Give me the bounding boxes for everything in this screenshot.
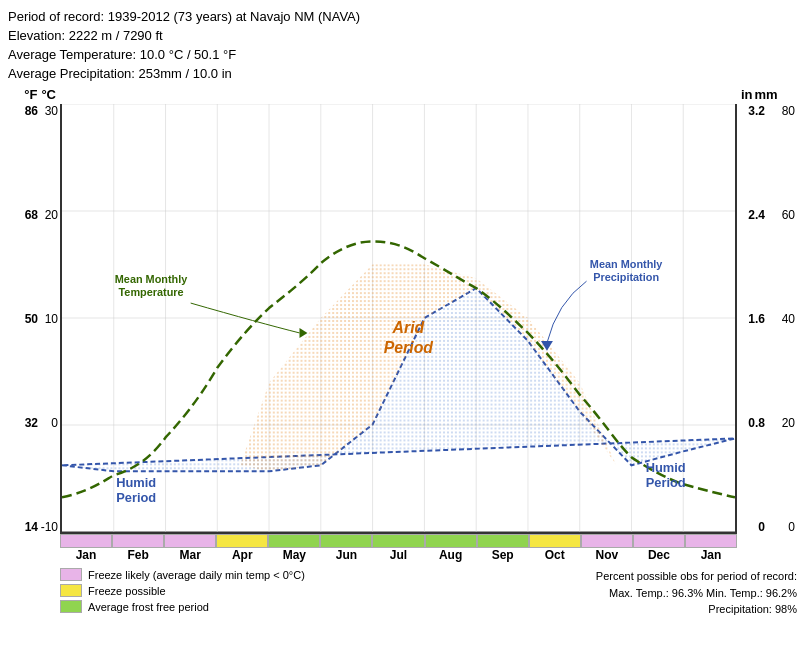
chart-area: 86 68 50 32 14 30 20 10 0 -10 (8, 104, 797, 534)
month-bar-oct (529, 534, 581, 548)
y-axis-left: 86 68 50 32 14 30 20 10 0 -10 (8, 104, 60, 534)
month-label-jan: Jan (60, 548, 112, 562)
tick-c-m10: -10 (41, 520, 58, 534)
tick-in-0: 0 (758, 520, 765, 534)
chart-inner: Arid Period Humid Period Humid Period Me… (60, 104, 737, 534)
tick-c-0: 0 (51, 416, 58, 430)
tick-mm-80: 80 (782, 104, 795, 118)
month-bar-dec (633, 534, 685, 548)
month-bar-feb (112, 534, 164, 548)
legend-item-freeze-possible: Freeze possible (60, 584, 305, 597)
svg-text:Precipitation: Precipitation (593, 272, 659, 284)
month-label-feb: Feb (112, 548, 164, 562)
month-bar-nov (581, 534, 633, 548)
tick-in-16: 1.6 (748, 312, 765, 326)
legend-color-frost-free (60, 600, 82, 613)
arid-period-label: Arid (392, 319, 425, 336)
header-line3: Average Temperature: 10.0 °C / 50.1 °F (8, 46, 797, 65)
legend-right-text: Percent possible obs for period of recor… (596, 570, 797, 615)
svg-text:Mean Monthly: Mean Monthly (115, 274, 188, 286)
main-container: Period of record: 1939-2012 (73 years) a… (0, 0, 809, 656)
header-line4: Average Precipitation: 253mm / 10.0 in (8, 65, 797, 84)
month-labels-row: Jan Feb Mar Apr May Jun Jul Aug Sep Oct … (60, 548, 737, 562)
y-axis-right: 3.2 2.4 1.6 0.8 0 80 60 40 20 0 (737, 104, 797, 534)
tick-c-10: 10 (45, 312, 58, 326)
tick-in-32: 3.2 (748, 104, 765, 118)
legend-area: Freeze likely (average daily min temp < … (8, 568, 797, 618)
right-mm-label: mm (755, 87, 778, 102)
svg-text:Period: Period (116, 490, 156, 505)
month-label-nov: Nov (581, 548, 633, 562)
month-label-may: May (268, 548, 320, 562)
svg-text:Period: Period (384, 339, 434, 356)
svg-text:Period: Period (646, 476, 686, 491)
chart-svg: Arid Period Humid Period Humid Period Me… (62, 104, 735, 532)
month-bar-jun (320, 534, 372, 548)
month-bar-aug (425, 534, 477, 548)
tick-mm-40: 40 (782, 312, 795, 326)
right-in-label: in (741, 87, 753, 102)
tick-c-20: 20 (45, 208, 58, 222)
header-line2: Elevation: 2222 m / 7290 ft (8, 27, 797, 46)
month-label-dec: Dec (633, 548, 685, 562)
legend-color-freeze-possible (60, 584, 82, 597)
month-bar-jan2 (685, 534, 737, 548)
legend-item-frost-free: Average frost free period (60, 600, 305, 613)
svg-text:Humid: Humid (116, 476, 156, 491)
month-label-oct: Oct (529, 548, 581, 562)
axis-headers: °F °C in mm (8, 87, 797, 102)
month-bar-jan (60, 534, 112, 548)
month-bar-mar (164, 534, 216, 548)
month-label-sep: Sep (477, 548, 529, 562)
month-label-jun: Jun (320, 548, 372, 562)
tick-in-24: 2.4 (748, 208, 765, 222)
month-label-mar: Mar (164, 548, 216, 562)
svg-text:Temperature: Temperature (119, 286, 184, 298)
month-label-apr: Apr (216, 548, 268, 562)
legend-right: Percent possible obs for period of recor… (596, 568, 797, 618)
legend-label-frost-free: Average frost free period (88, 601, 209, 613)
legend-left: Freeze likely (average daily min temp < … (60, 568, 305, 618)
month-bar-jul (372, 534, 424, 548)
tick-c-30: 30 (45, 104, 58, 118)
month-bar-sep (477, 534, 529, 548)
legend-item-freeze-likely: Freeze likely (average daily min temp < … (60, 568, 305, 581)
month-bar-apr (216, 534, 268, 548)
month-label-aug: Aug (425, 548, 477, 562)
tick-mm-20: 20 (782, 416, 795, 430)
month-bar-may (268, 534, 320, 548)
tick-in-08: 0.8 (748, 416, 765, 430)
tick-mm-60: 60 (782, 208, 795, 222)
tick-mm-0: 0 (788, 520, 795, 534)
left-f-label: °F (24, 87, 37, 102)
month-label-jul: Jul (372, 548, 424, 562)
header-section: Period of record: 1939-2012 (73 years) a… (8, 8, 797, 83)
svg-text:Mean Monthly: Mean Monthly (590, 259, 663, 271)
legend-label-freeze-possible: Freeze possible (88, 585, 166, 597)
legend-label-freeze-likely: Freeze likely (average daily min temp < … (88, 569, 305, 581)
svg-text:Humid: Humid (646, 461, 686, 476)
left-c-label: °C (41, 87, 56, 102)
month-bars-container (60, 534, 737, 548)
legend-color-freeze-likely (60, 568, 82, 581)
month-label-jan3: Jan (685, 548, 737, 562)
header-line1: Period of record: 1939-2012 (73 years) a… (8, 8, 797, 27)
